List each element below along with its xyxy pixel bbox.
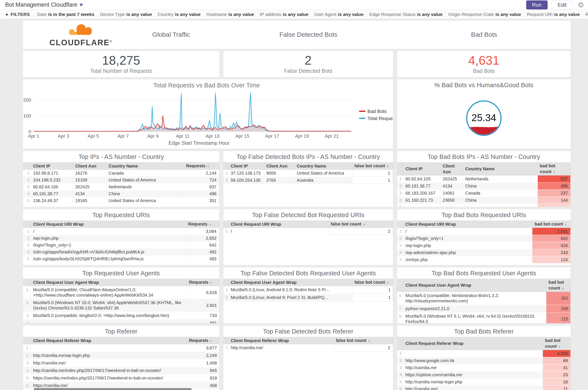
table-row: 461.160.221.7323650China144 — [397, 197, 571, 204]
table-row: 1/2,031 — [397, 228, 571, 235]
table-row: 3http://camilia.me41 — [397, 364, 571, 371]
table-row: 4https://uptime.com/camilia.me23 — [397, 371, 571, 378]
filter-chip[interactable]: Countryis any value — [158, 12, 200, 17]
column-header[interactable]: false bot count∨ — [334, 337, 393, 344]
table-row: 1/2 — [223, 228, 393, 235]
bad-referer-table: Client Request Referer Wrapbad bot count… — [397, 337, 571, 390]
false-user-agents-table: Client Request User Agent Wrapfalse bot … — [223, 279, 393, 301]
card-title: Top IPs - AS Number - Country — [23, 151, 219, 162]
table-row: 7python-requests/2.21.0245 — [397, 305, 571, 312]
cell: https://uptime.com/camilia.me — [403, 371, 543, 378]
column-header[interactable]: Client Request User Agent Wrap — [403, 279, 546, 292]
svg-text:Bad Bots: Bad Bots — [367, 109, 387, 114]
cell: 61.160.221.73 — [403, 197, 441, 204]
table-row: 368.183.200.16714061Canada237 — [397, 190, 571, 197]
svg-text:25.34: 25.34 — [471, 112, 496, 123]
column-header[interactable]: Client Asn — [441, 163, 463, 175]
section-title-false-detected-bots: False Detected Bots — [279, 31, 337, 38]
cell — [463, 204, 538, 207]
column-header[interactable]: Requests∨ — [186, 221, 219, 228]
value-cell: 637 — [184, 183, 219, 190]
cell: Netherlands — [463, 175, 538, 183]
value-cell: 1 — [352, 177, 393, 184]
cell: Mozilla/5.0 (Windows NT 6.1; Win64; x64;… — [403, 312, 546, 323]
column-header[interactable]: Client IP — [31, 163, 73, 170]
sort-desc-icon: ∨ — [363, 223, 365, 226]
svg-text:200: 200 — [23, 97, 31, 103]
filter-chip[interactable]: Edge Response Statusis any value — [369, 12, 442, 17]
column-header[interactable]: Client Request User Agent Wrap — [31, 279, 187, 286]
column-header[interactable]: Client Request Referer Wrap — [229, 337, 334, 344]
column-header[interactable]: Client Request URI Wrap — [403, 221, 532, 228]
column-header[interactable]: Client Request URI Wrap — [229, 221, 329, 228]
row-number-header — [23, 221, 31, 228]
top-user-agents-table: Client Request User Agent WrapRequests∨1… — [23, 279, 219, 323]
column-header[interactable]: Country Name — [295, 163, 352, 170]
filter-chip[interactable]: Request URIis any value — [527, 12, 580, 17]
table-row: 2Mozilla/5.0 (Windows NT 10.0; Win64; x6… — [23, 299, 219, 312]
filter-chip[interactable]: Device Typeis any value — [100, 12, 152, 17]
bad-uris-table: Client Request URI Wrapbad bot count∨1/2… — [397, 221, 571, 263]
filter-chip[interactable]: IP addressis any value — [260, 12, 308, 17]
chart-row: 0100200Apr 1Apr 3Apr 5Apr 7Apr 9Apr 11Ap… — [23, 79, 571, 149]
gear-icon[interactable]: ⚙ — [578, 1, 584, 9]
column-header[interactable]: Client Asn — [73, 163, 106, 170]
column-header[interactable]: Client Request URI Wrap — [31, 221, 186, 228]
filter-value: is any value — [417, 12, 442, 17]
row-number-header — [397, 221, 403, 228]
edit-button[interactable]: Edit — [551, 0, 573, 9]
run-button[interactable]: Run — [526, 0, 548, 9]
column-header[interactable]: Requests∨ — [187, 337, 219, 344]
bad-bots-perc串ent-gauge: 25.34 — [397, 91, 571, 146]
column-header[interactable]: Client Asn — [264, 163, 294, 170]
column-header[interactable]: Country Name — [463, 163, 538, 175]
column-header[interactable]: Requests∨ — [184, 163, 219, 170]
filter-chip[interactable]: Dateis in the past 7 weeks — [37, 12, 94, 17]
column-header[interactable]: Client Request User Agent Wrap — [229, 279, 352, 286]
column-header[interactable]: Country Name — [106, 163, 184, 170]
value-cell: 483 — [186, 255, 219, 262]
column-header[interactable]: bad bot count∨ — [546, 279, 570, 292]
row-number: 1 — [397, 228, 403, 235]
column-header[interactable]: Client IP — [229, 163, 264, 170]
value-cell: 124 — [532, 256, 571, 263]
cell — [31, 344, 187, 352]
column-header[interactable]: bad bot count∨ — [532, 221, 571, 228]
column-header[interactable]: Requests∨ — [187, 279, 219, 286]
cell: Mozilla/5.0 (compatible; bingbot/2.0; +h… — [31, 312, 187, 319]
svg-text:Apr 9: Apr 9 — [147, 133, 159, 139]
filter-chip[interactable]: Hostnameis any value — [206, 12, 254, 17]
filter-chip[interactable]: Origin Response Codeis any value — [448, 12, 521, 17]
value-cell: 458 — [187, 382, 219, 389]
cell: 202425 — [441, 175, 463, 183]
top-referer-card: Top Referer Client Request Referer WrapR… — [23, 325, 219, 390]
column-header[interactable]: bad bot count∨ — [543, 337, 570, 350]
table-row: 2104.198.5.23215169United States of Amer… — [23, 177, 219, 183]
table-row: 1Mozilla/5.0 (compatible; CloudFlare-Alw… — [23, 286, 219, 299]
false-uas-card: Top False Detected Bots Requested User A… — [223, 267, 393, 323]
cell: http://www.google.com.hk — [403, 357, 543, 364]
sort-desc-icon: ∨ — [558, 345, 560, 348]
filter-chip[interactable]: User Agentis any value — [314, 12, 364, 17]
top-ips-table: Client IPClient AsnCountry NameRequests∨… — [23, 162, 219, 204]
cell: 104.198.5.232 — [31, 177, 73, 183]
filter-name: Date — [37, 12, 47, 17]
column-header[interactable]: Client Request Referer Wrap — [403, 337, 543, 350]
value-cell: 2,601 — [187, 299, 219, 312]
filter-chip[interactable]: RayIDis any value — [586, 12, 588, 17]
gauge-title: % Bad Bots vs Humans&Good Bots — [397, 79, 571, 91]
column-header[interactable]: false bot count∨ — [352, 163, 393, 170]
column-header[interactable]: false bot count∨ — [352, 279, 393, 286]
column-header[interactable]: false bot count∨ — [328, 221, 393, 228]
card-title: Top Bad Bots Requested User Agents — [397, 267, 571, 279]
tables-row-uris: Top Requested URIs Client Request URI Wr… — [23, 209, 571, 265]
horizontal-scrollbar[interactable] — [34, 388, 192, 390]
table-row: 5136.24.49.3719165United States of Ameri… — [23, 197, 219, 204]
filters-toggle[interactable]: ▶ FILTERS — [6, 12, 30, 17]
column-header[interactable]: Client IP — [403, 163, 441, 175]
false-uris-card: Top False Detected Bot Requested URIs Cl… — [223, 209, 393, 265]
column-header[interactable]: bad bot count∨ — [538, 163, 570, 175]
column-header[interactable]: Client Request Referer Wrap — [31, 337, 187, 344]
table-row: 3Mozilla/5.0 (compatible; bingbot/2.0; +… — [23, 312, 219, 319]
cloudflare-wordmark: CLOUDFLARE® — [45, 39, 117, 47]
